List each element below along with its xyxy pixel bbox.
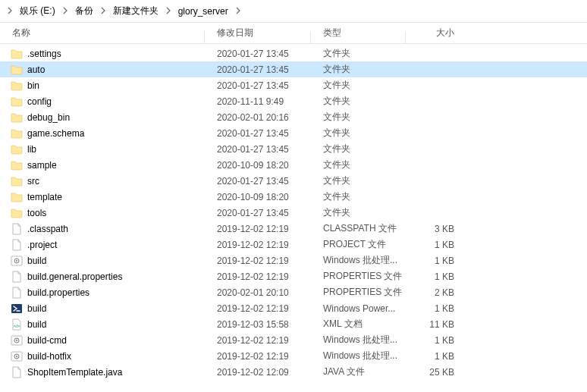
column-header-date[interactable]: 修改日期 bbox=[205, 27, 311, 39]
file-date-cell: 2019-12-02 12:19 bbox=[205, 335, 311, 346]
chevron-right-icon[interactable] bbox=[162, 7, 175, 16]
file-date-cell: 2020-11-11 9:49 bbox=[205, 96, 311, 107]
file-name-label: bin bbox=[27, 80, 39, 91]
file-type-cell: 文件夹 bbox=[311, 47, 406, 60]
file-type-cell: 文件夹 bbox=[311, 206, 406, 219]
ps1-icon bbox=[11, 303, 23, 315]
file-name-cell: config bbox=[0, 96, 205, 108]
file-size-cell: 1 KB bbox=[406, 351, 466, 362]
file-row[interactable]: .classpath2019-12-02 12:19CLASSPATH 文件3 … bbox=[0, 221, 587, 237]
file-date-cell: 2020-02-01 20:10 bbox=[205, 287, 311, 298]
file-date-cell: 2019-12-02 12:19 bbox=[205, 240, 311, 250]
file-size-cell: 1 KB bbox=[406, 271, 466, 282]
file-name-cell: game.schema bbox=[0, 127, 205, 140]
file-date-cell: 2020-02-01 20:16 bbox=[205, 112, 311, 123]
file-name-cell: </>build bbox=[0, 318, 205, 331]
file-row[interactable]: build.general.properties2019-12-02 12:19… bbox=[0, 268, 587, 284]
file-type-cell: 文件夹 bbox=[311, 127, 406, 140]
file-name-cell: tools bbox=[0, 207, 205, 219]
file-date-cell: 2019-12-02 12:19 bbox=[205, 271, 311, 282]
folder-icon bbox=[11, 143, 23, 155]
file-type-cell: PROPERTIES 文件 bbox=[311, 286, 406, 299]
breadcrumb-item[interactable]: glory_server bbox=[175, 5, 231, 18]
file-row[interactable]: </>build2019-12-03 15:58XML 文档11 KB bbox=[0, 316, 587, 332]
file-row[interactable]: build2019-12-02 12:19Windows 批处理...1 KB bbox=[0, 252, 587, 268]
file-icon bbox=[11, 239, 23, 251]
file-date-cell: 2020-01-27 13:45 bbox=[205, 64, 311, 75]
file-row[interactable]: config2020-11-11 9:49文件夹 bbox=[0, 93, 587, 109]
file-size-cell: 1 KB bbox=[406, 240, 466, 250]
file-type-cell: Windows 批处理... bbox=[311, 334, 406, 347]
gear-icon bbox=[11, 350, 23, 362]
file-type-cell: 文件夹 bbox=[311, 174, 406, 187]
gear-icon bbox=[11, 334, 23, 347]
svg-point-7 bbox=[16, 340, 17, 341]
file-row[interactable]: ShopItemTemplate.java2019-12-02 12:09JAV… bbox=[0, 364, 587, 380]
file-icon bbox=[11, 271, 23, 283]
file-date-cell: 2020-01-27 13:45 bbox=[205, 80, 311, 91]
xml-icon: </> bbox=[11, 318, 23, 331]
column-header-type[interactable]: 类型 bbox=[311, 27, 406, 39]
file-row[interactable]: debug_bin2020-02-01 20:16文件夹 bbox=[0, 109, 587, 125]
file-name-label: build.general.properties bbox=[27, 271, 122, 282]
file-icon bbox=[11, 223, 23, 235]
file-row[interactable]: build-cmd2019-12-02 12:19Windows 批处理...1… bbox=[0, 332, 587, 348]
file-name-cell: build bbox=[0, 255, 205, 267]
file-name-label: src bbox=[27, 176, 39, 187]
folder-icon bbox=[11, 111, 23, 124]
file-type-cell: CLASSPATH 文件 bbox=[311, 222, 406, 235]
file-name-label: build bbox=[27, 319, 46, 330]
file-row[interactable]: .settings2020-01-27 13:45文件夹 bbox=[0, 45, 587, 61]
file-name-cell: build-hotfix bbox=[0, 350, 205, 362]
file-row[interactable]: auto2020-01-27 13:45文件夹 bbox=[0, 61, 587, 77]
file-row[interactable]: build-hotfix2019-12-02 12:19Windows 批处理.… bbox=[0, 348, 587, 364]
file-size-cell: 3 KB bbox=[406, 224, 466, 234]
file-row[interactable]: sample2020-10-09 18:20文件夹 bbox=[0, 157, 587, 173]
file-row[interactable]: build2019-12-02 12:19Windows Power...1 K… bbox=[0, 300, 587, 316]
chevron-right-icon[interactable] bbox=[3, 7, 17, 16]
file-row[interactable]: .project2019-12-02 12:19PROJECT 文件1 KB bbox=[0, 237, 587, 252]
file-type-cell: 文件夹 bbox=[311, 190, 406, 203]
file-name-label: debug_bin bbox=[27, 112, 70, 123]
chevron-right-icon[interactable] bbox=[231, 7, 245, 16]
file-name-cell: ShopItemTemplate.java bbox=[0, 366, 205, 378]
file-type-cell: Windows 批处理... bbox=[311, 254, 406, 267]
file-row[interactable]: tools2020-01-27 13:45文件夹 bbox=[0, 205, 587, 221]
file-name-label: build-hotfix bbox=[27, 351, 71, 362]
breadcrumb-item[interactable]: 备份 bbox=[72, 3, 96, 19]
file-name-label: .settings bbox=[27, 49, 61, 59]
chevron-right-icon[interactable] bbox=[96, 7, 110, 16]
file-type-cell: 文件夹 bbox=[311, 95, 406, 108]
folder-icon bbox=[11, 64, 23, 76]
file-row[interactable]: bin2020-01-27 13:45文件夹 bbox=[0, 77, 587, 93]
file-size-cell: 1 KB bbox=[406, 335, 466, 346]
file-name-cell: template bbox=[0, 191, 205, 203]
file-row[interactable]: game.schema2020-01-27 13:45文件夹 bbox=[0, 125, 587, 141]
column-header-size[interactable]: 大小 bbox=[406, 27, 466, 39]
breadcrumb[interactable]: 娱乐 (E:)备份新建文件夹glory_server bbox=[0, 0, 587, 23]
breadcrumb-item[interactable]: 新建文件夹 bbox=[110, 3, 162, 19]
file-name-label: config bbox=[27, 96, 52, 107]
file-name-label: tools bbox=[27, 208, 46, 218]
file-row[interactable]: build.properties2020-02-01 20:10PROPERTI… bbox=[0, 284, 587, 300]
file-date-cell: 2020-01-27 13:45 bbox=[205, 128, 311, 139]
file-type-cell: PROPERTIES 文件 bbox=[311, 270, 406, 283]
file-date-cell: 2020-10-09 18:20 bbox=[205, 160, 311, 171]
file-name-label: sample bbox=[27, 160, 57, 171]
file-date-cell: 2019-12-02 12:19 bbox=[205, 224, 311, 234]
file-name-cell: build bbox=[0, 303, 205, 315]
folder-icon bbox=[11, 127, 23, 140]
column-header-name[interactable]: 名称 bbox=[0, 27, 205, 39]
file-name-label: build-cmd bbox=[27, 335, 67, 346]
file-name-label: build bbox=[27, 303, 46, 314]
file-name-label: game.schema bbox=[27, 128, 84, 139]
chevron-right-icon[interactable] bbox=[58, 7, 72, 16]
file-row[interactable]: lib2020-01-27 13:45文件夹 bbox=[0, 141, 587, 157]
file-row[interactable]: template2020-10-09 18:20文件夹 bbox=[0, 189, 587, 205]
file-name-cell: bin bbox=[0, 80, 205, 92]
file-name-label: build bbox=[27, 256, 46, 266]
column-header-row: 名称 修改日期 类型 大小 bbox=[0, 23, 587, 44]
file-name-cell: .classpath bbox=[0, 223, 205, 235]
file-row[interactable]: src2020-01-27 13:45文件夹 bbox=[0, 173, 587, 189]
breadcrumb-item[interactable]: 娱乐 (E:) bbox=[17, 3, 58, 19]
